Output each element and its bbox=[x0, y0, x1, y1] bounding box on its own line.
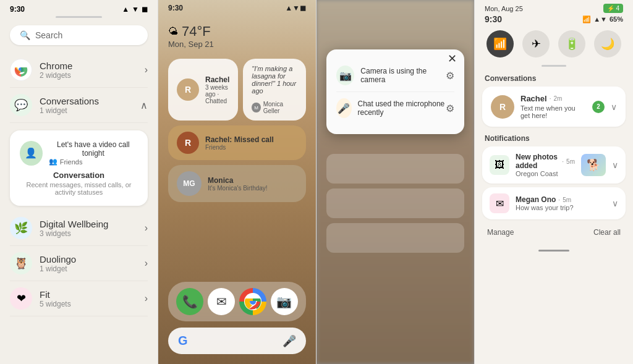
wellbeing-chevron: › bbox=[145, 222, 148, 234]
photos-time: 5m bbox=[566, 158, 575, 165]
time-row-panel4: 9:30 📶 ▲▼ 65% bbox=[475, 14, 633, 25]
rachel-sub: 3 weeks ago · Chatted bbox=[205, 84, 229, 104]
widget-avatar: 👤 bbox=[20, 141, 43, 166]
conversations-widget-count: 1 widget bbox=[40, 106, 99, 115]
app-row-duolingo[interactable]: 🦉 Duolingo 1 widget › bbox=[10, 246, 148, 281]
photos-notif-row[interactable]: 🖼 New photos added · 5m Oregon Coast 🐕 ∨ bbox=[482, 146, 626, 184]
app-row-fit[interactable]: ❤ Fit 5 widgets › bbox=[10, 281, 148, 316]
time-panel4: 9:30 bbox=[485, 14, 502, 24]
app-row-chrome[interactable]: Chrome 2 widgets › bbox=[10, 53, 148, 88]
rachel-time: 2m bbox=[553, 95, 562, 102]
camera-perm-icon: 📷 bbox=[336, 66, 354, 85]
blurred-item-2 bbox=[326, 188, 464, 218]
nav-pill bbox=[538, 250, 569, 252]
dock-chrome-icon[interactable] bbox=[239, 288, 266, 315]
blurred-item-3 bbox=[326, 223, 464, 253]
more-apps: 🌿 Digital Wellbeing 3 widgets › 🦉 Duolin… bbox=[0, 211, 158, 316]
scroll-indicator bbox=[56, 16, 102, 18]
widget-title: Conversation bbox=[53, 171, 104, 180]
camera-settings-button[interactable]: ⚙ bbox=[446, 70, 454, 82]
date-panel4: Mon, Aug 25 bbox=[485, 5, 523, 12]
google-search-pill[interactable]: G 🎤 bbox=[168, 328, 306, 354]
permission-dialog: 📷 Camera is using the camera ⚙ 🎤 Chat us… bbox=[326, 49, 464, 134]
notifications-section-label: Notifications bbox=[475, 132, 633, 146]
airplane-tile[interactable]: ✈ bbox=[522, 30, 550, 57]
rachel-quote-card[interactable]: "I'm making a lasagna for dinner!" 1 hou… bbox=[243, 59, 306, 121]
rachel-notif-time: · bbox=[550, 95, 551, 102]
widget-picker-panel: 9:30 ▲ ▼ ◼ 🔍 Search bbox=[0, 0, 158, 364]
monica-sub: It's Monica's Birthday! bbox=[208, 185, 297, 192]
app-dock: 📞 ✉ 📷 bbox=[168, 282, 306, 321]
app-row-conversations[interactable]: 💬 Conversations 1 widget ∧ bbox=[10, 88, 148, 123]
nav-bar bbox=[475, 244, 633, 256]
rachel-notif-chevron[interactable]: ∨ bbox=[611, 102, 617, 112]
camera-permission-row: 📷 Camera is using the camera ⚙ bbox=[336, 59, 454, 91]
missed-call-sub: Friends bbox=[205, 144, 297, 151]
duolingo-app-name: Duolingo bbox=[40, 254, 76, 265]
rachel-avatar: R bbox=[177, 78, 199, 101]
night-mode-tile[interactable]: 🌙 bbox=[594, 30, 621, 57]
status-icons-panel1: ▲ ▼ ◼ bbox=[122, 5, 148, 14]
photos-notif-time: · bbox=[562, 158, 564, 165]
home-conversation-cards: R Rachel 3 weeks ago · Chatted "I'm maki… bbox=[158, 54, 316, 207]
dock-phone-icon[interactable]: 📞 bbox=[176, 288, 203, 315]
time-panel1: 9:30 bbox=[10, 5, 25, 14]
mic-perm-icon: 🎤 bbox=[336, 98, 352, 118]
conversations-section-label: Conversations bbox=[475, 72, 633, 87]
missed-call-name: Rachel: Missed call bbox=[205, 135, 297, 144]
gmail-app-icon: ✉ bbox=[490, 193, 509, 213]
home-screen-panel: 9:30 ▲▼◼ 🌤 74°F Mon, Sep 21 R Rachel 3 w… bbox=[158, 0, 316, 364]
quick-settings-row: 📶 ✈ 🔋 🌙 bbox=[475, 25, 633, 62]
duolingo-chevron: › bbox=[145, 258, 148, 269]
photos-notif-title: New photos added bbox=[516, 153, 559, 170]
wifi-status-icon: 📶 bbox=[582, 15, 591, 23]
blurred-item-1 bbox=[326, 154, 464, 184]
conversation-widget-preview[interactable]: 👤 Let's have a video call tonight 👥 Frie… bbox=[10, 130, 148, 206]
panel3-content: 📷 Camera is using the camera ⚙ 🎤 Chat us… bbox=[316, 0, 474, 364]
mic-settings-button[interactable]: ⚙ bbox=[446, 103, 454, 114]
rachel-conv-card[interactable]: R Rachel 3 weeks ago · Chatted bbox=[168, 59, 238, 121]
monica-birthday-card[interactable]: MG Monica It's Monica's Birthday! bbox=[168, 165, 306, 202]
rachel-notif-info: Rachel · 2m Text me when you get here! bbox=[520, 94, 586, 119]
rachel-notif-name: Rachel bbox=[520, 94, 547, 103]
fit-widget-count: 5 widgets bbox=[40, 300, 71, 308]
dialog-close-button[interactable]: ✕ bbox=[448, 52, 457, 66]
clear-all-link[interactable]: Clear all bbox=[593, 228, 621, 237]
dock-camera-icon[interactable]: 📷 bbox=[271, 288, 298, 315]
drag-handle bbox=[542, 65, 566, 67]
manage-link[interactable]: Manage bbox=[487, 228, 514, 237]
gmail-notif-subtitle: How was your trip? bbox=[516, 204, 606, 211]
dock-messages-icon[interactable]: ✉ bbox=[208, 288, 235, 315]
wifi-tile[interactable]: 📶 bbox=[486, 30, 514, 57]
temperature: 74°F bbox=[182, 23, 211, 40]
time-panel2: 9:30 bbox=[168, 4, 183, 12]
status-bar-panel2: 9:30 ▲▼◼ bbox=[158, 0, 316, 16]
conversations-app-name: Conversations bbox=[40, 96, 99, 106]
fit-chevron: › bbox=[145, 293, 148, 304]
dock-area: 📞 ✉ 📷 G 🎤 bbox=[158, 274, 316, 364]
widget-friends-label: 👥 Friends bbox=[49, 158, 138, 166]
gmail-notif-chevron[interactable]: ∨ bbox=[612, 198, 618, 208]
rachel-conversation-notif[interactable]: R Rachel · 2m Text me when you get here!… bbox=[482, 87, 626, 127]
home-content: 9:30 ▲▼◼ 🌤 74°F Mon, Sep 21 R Rachel 3 w… bbox=[158, 0, 316, 364]
dialog-container: 📷 Camera is using the camera ⚙ 🎤 Chat us… bbox=[316, 0, 474, 134]
battery-tile[interactable]: 🔋 bbox=[558, 30, 585, 57]
notifications-panel: Mon, Aug 25 ⚡ 4 9:30 📶 ▲▼ 65% 📶 ✈ 🔋 🌙 Co… bbox=[475, 0, 633, 364]
search-label: Search bbox=[35, 30, 62, 40]
photos-notif-chevron[interactable]: ∨ bbox=[612, 160, 618, 170]
blurred-list bbox=[316, 144, 474, 268]
gmail-notif-row[interactable]: ✉ Megan Ono · 5m How was your trip? ∨ bbox=[482, 187, 626, 219]
gmail-time: 5m bbox=[563, 197, 571, 203]
mic-permission-row: 🎤 Chat used the microphone recently ⚙ bbox=[336, 91, 454, 124]
photos-notif-subtitle: Oregon Coast bbox=[516, 170, 575, 177]
search-bar[interactable]: 🔍 Search bbox=[10, 25, 148, 45]
battery-badge: ⚡ 4 bbox=[603, 4, 623, 13]
missed-call-card[interactable]: R Rachel: Missed call Friends bbox=[168, 125, 306, 160]
app-row-wellbeing[interactable]: 🌿 Digital Wellbeing 3 widgets › bbox=[10, 211, 148, 246]
monica-sender-avatar: M bbox=[252, 103, 260, 112]
wellbeing-widget-count: 3 widgets bbox=[40, 229, 108, 238]
notification-bottom-actions: Manage Clear all bbox=[475, 223, 633, 244]
widget-call-text: Let's have a video call tonight bbox=[49, 140, 138, 158]
google-logo: G bbox=[178, 334, 188, 348]
status-bar-panel1: 9:30 ▲ ▼ ◼ bbox=[0, 0, 158, 16]
